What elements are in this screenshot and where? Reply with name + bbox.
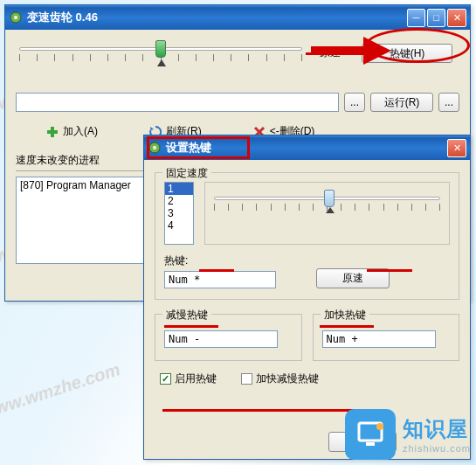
group-fast-hotkey: 加快热键 [313,314,460,361]
app-icon [9,10,23,24]
dialog-close-button[interactable]: ✕ [447,139,466,157]
main-titlebar[interactable]: 变速齿轮 0.46 ─ □ ✕ [5,5,470,30]
minimize-button[interactable]: ─ [407,9,425,27]
plus-icon [45,125,59,139]
close-button[interactable]: ✕ [447,9,466,27]
enable-hotkey-label: 启用热键 [175,371,217,386]
hotkey-label: 热键: [164,253,276,268]
mini-slider-thumb[interactable] [324,190,335,207]
group-slow-hotkey: 减慢热键 [155,314,302,361]
list-item[interactable]: 1 [165,183,193,195]
checkbox-icon: ✓ [160,373,171,385]
svg-point-1 [14,16,17,19]
more-button[interactable]: ... [438,93,459,112]
add-label: 加入(A) [63,124,98,139]
group-title-fast: 加快热键 [321,308,369,323]
slowfast-label: 加快减慢热键 [256,371,319,386]
group-fixed-speed: 固定速度 1 2 3 4 热键: [155,172,459,300]
list-item[interactable]: 2 [165,195,193,207]
logo-text-cn: 知识屋 [403,415,471,443]
preset-listbox[interactable]: 1 2 3 4 [164,182,194,245]
group-title-fixed: 固定速度 [162,166,211,181]
add-action[interactable]: 加入(A) [45,124,98,139]
hotkey-button[interactable]: 热键(H) [362,44,452,63]
logo-icon [345,409,396,460]
list-item[interactable]: 4 [165,219,193,232]
checkbox-row: ✓ 启用热键 ✓ 加快减慢热键 [155,371,459,386]
hotkey-input[interactable] [164,271,276,288]
dialog-titlebar[interactable]: 设置热键 ✕ [144,135,470,160]
svg-rect-3 [47,130,58,134]
svg-point-12 [376,423,383,430]
run-button[interactable]: 运行(R) [370,93,433,112]
mini-slider-marker [326,207,335,213]
site-logo: 知识屋 zhishiwu.com [345,409,471,460]
maximize-button[interactable]: □ [427,9,445,27]
enable-hotkey-checkbox[interactable]: ✓ 启用热键 [160,371,217,386]
list-item[interactable]: 3 [165,207,193,219]
main-title: 变速齿轮 0.46 [27,10,405,25]
logo-text-py: zhishiwu.com [403,443,471,454]
speed-slider-area: 原速 热键(H) [16,38,459,77]
origin-speed-label: 原速 [320,45,341,60]
svg-rect-11 [366,442,375,446]
speed-slider-thumb[interactable] [155,40,166,58]
origin-speed-button[interactable]: 原速 [316,268,390,288]
browse-button[interactable]: ... [344,93,365,112]
checkbox-icon: ✓ [241,373,252,385]
slow-hotkey-input[interactable] [164,330,278,348]
speed-slider-marker [157,59,166,66]
dialog-title: 设置热键 [166,140,445,156]
path-input[interactable] [16,93,339,112]
svg-point-9 [153,146,156,149]
fast-hotkey-input[interactable] [322,330,436,348]
group-title-slow: 减慢热键 [162,308,211,323]
app-icon [148,141,162,155]
slowfast-checkbox[interactable]: ✓ 加快减慢热键 [241,371,319,386]
mini-slider-area [204,182,450,245]
watermark: www.wmzhe.com [0,359,122,423]
path-row: ... 运行(R) ... [16,93,459,112]
